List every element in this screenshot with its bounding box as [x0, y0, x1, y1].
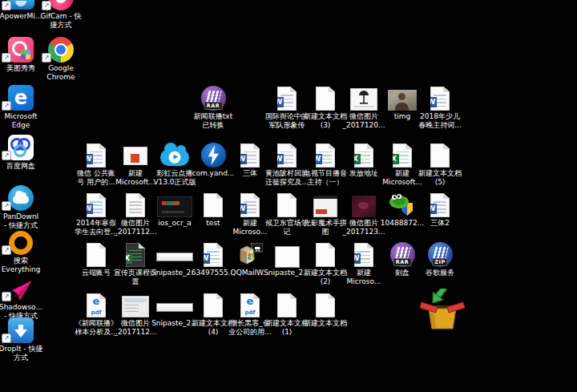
desktop[interactable]: ↗ApowerMi...↗美图秀秀e↗MicrosoftEdge↗百度网盘↗Pa… [0, 0, 577, 392]
imgShot-icon [313, 196, 337, 217]
desktop-icon[interactable]: 新建Microsoft... [113, 142, 158, 187]
icon-glyph-area: epdf [74, 292, 119, 317]
desktop-icon[interactable]: ↗PanDownl- 快捷方式 [0, 185, 43, 230]
desktop-icon[interactable]: ↗GoogleChrome [38, 37, 83, 82]
desktop-icon[interactable]: 云端账号 [74, 241, 119, 277]
textdoc-icon [126, 193, 145, 217]
desktop-icon[interactable]: ZIP谷歌服务 [418, 241, 462, 277]
icon-label: DropIt - 快捷方式 [0, 345, 42, 362]
shortcut-arrow-icon: ↗ [2, 53, 11, 63]
desktop-icon[interactable]: epdf《新闻联播》样本分析及... [74, 292, 119, 337]
icon-label-line: Edge [5, 121, 38, 130]
desktop-icon[interactable]: 微信图片_2017112... [113, 292, 158, 337]
word-icon: W [354, 243, 373, 267]
icon-label-line: ApowerMi... [0, 12, 42, 21]
icon-glyph-area: ↗ [38, 0, 83, 10]
icon-glyph-area [113, 292, 158, 317]
icon-glyph-area: W [74, 142, 119, 168]
icon-label: 宣传页课程设置 [114, 269, 157, 286]
desktop-icon[interactable]: 新建文本文档(5) [418, 142, 462, 187]
icon-label-line: 光影魔术手拼 [304, 219, 347, 228]
icon-label-line: 彩虹云点播 [153, 169, 196, 178]
icon-label-line: DropIt - 快捷 [0, 345, 42, 354]
icon-glyph-area: ↗ [0, 135, 43, 160]
icon-label-line: Chrome [46, 73, 75, 82]
icon-glyph-area [417, 289, 468, 332]
icon-label: MicrosoftEdge [5, 112, 38, 130]
icon-label-line: 谷歌服务 [426, 269, 454, 277]
icon-glyph-area [74, 241, 119, 267]
word-icon: W [430, 193, 450, 217]
imgPerson-icon [388, 90, 417, 111]
desktop-icon[interactable]: ↗美图秀秀 [0, 37, 43, 73]
shortcut-arrow-icon: ↗ [2, 292, 11, 301]
icon-label: 新建文本文档 [304, 319, 347, 328]
desktop-icon[interactable]: 微信图片_2017112... [113, 192, 158, 236]
icon-label-line: 微信图片 [114, 219, 156, 228]
blankdoc-icon [87, 243, 106, 267]
icon-glyph-area [113, 142, 158, 168]
desktop-icon[interactable]: W三体2 [418, 192, 462, 228]
icon-label-line: Everything [2, 265, 41, 274]
blankdoc-icon [277, 293, 297, 317]
word-icon: W [87, 193, 106, 217]
icon-label-line: 新建 [115, 169, 155, 178]
imgLamp-icon [350, 88, 377, 111]
icon-label-line: 迁徙探究及... [265, 178, 309, 187]
desktop-icon[interactable]: ↗DropIt - 快捷方式 [0, 317, 43, 362]
icon-label-line: 新闻联播txt [194, 112, 232, 121]
icon-label: 候卫东官场笔记 [265, 219, 309, 236]
desktop-icon[interactable]: ↗Shadowso...- 快捷方式 [0, 276, 43, 321]
icon-label-line: Microso... [233, 228, 268, 236]
desktop-icon[interactable]: X宣传页课程设置 [113, 241, 158, 286]
dropit-icon [8, 317, 34, 343]
icon-glyph-area [303, 292, 348, 317]
installer-icon [237, 243, 263, 267]
icon-label-line: 2018年少儿 [418, 112, 462, 121]
icon-label: GoogleChrome [46, 64, 75, 82]
icon-label: 新建Microsoft... [382, 169, 422, 187]
icon-label-line: 微信图片 [342, 219, 385, 228]
desktop-icon[interactable]: W2014年寒假学生去向登... [74, 192, 119, 236]
desktop-icon[interactable]: RAR新闻联播txt已转换 [191, 85, 236, 130]
icon-label: 微信图片_2017123... [342, 219, 385, 236]
imgStrip-icon [157, 253, 192, 267]
icon-label-line: 置 [114, 277, 157, 286]
desktop-icon[interactable]: ↗搜索Everything [0, 229, 43, 274]
icon-label: PanDownl- 快捷方式 [3, 212, 38, 230]
desktop-icon[interactable]: e↗MicrosoftEdge [0, 85, 43, 130]
icon-label: 三体2 [430, 219, 450, 228]
shortcut-arrow-icon: ↗ [2, 333, 11, 343]
desktop-icon[interactable] [417, 289, 468, 333]
icon-label-line: 学生去向登... [75, 228, 118, 236]
icon-label: 新建文本文档(2) [304, 269, 347, 286]
icon-label-line: 美图秀秀 [6, 64, 35, 73]
word-icon: W [240, 143, 260, 168]
icon-label-line: Microsoft... [382, 178, 422, 187]
rar-icon: RAR [201, 86, 226, 111]
icon-label-line: 国际舆论中的 [265, 112, 309, 121]
desktop-icon[interactable]: 新建文本文档 [303, 292, 348, 328]
chrome-icon [48, 37, 74, 63]
icon-label-line: _2017123... [342, 228, 385, 236]
desktop-icon[interactable]: ↗百度网盘 [0, 135, 43, 171]
apower-cut-icon [7, 0, 34, 10]
icon-label: 新建文本文档(5) [418, 169, 462, 187]
desktop-icon[interactable]: ↗GifCam - 快捷方式 [38, 0, 83, 30]
desktop-icon[interactable]: W微信 公共账号 用户的... [74, 142, 119, 187]
icon-label-line: _2017120... [342, 121, 385, 130]
desktop-icon[interactable]: W2018年少儿春晚主持词... [418, 85, 462, 130]
icon-label-line: 记 [265, 228, 309, 236]
icon-label: timg [394, 112, 411, 121]
icon-label-line: 已转换 [194, 121, 232, 130]
icon-label-line: 主持（一） [304, 178, 347, 187]
icon-label-line: 图 [304, 228, 347, 236]
shortcut-arrow-icon: ↗ [2, 201, 11, 211]
icon-label-line: 黄池陂村回族 [265, 169, 309, 178]
blankdoc-icon [316, 243, 335, 267]
desktop-icon[interactable]: ↗ApowerMi... [0, 0, 43, 21]
icon-label-line: Microsoft... [115, 178, 155, 187]
icon-glyph-area: ↗ [0, 317, 43, 343]
recycle-icon [418, 289, 467, 332]
icon-label-line: 号 用户的... [77, 178, 115, 187]
